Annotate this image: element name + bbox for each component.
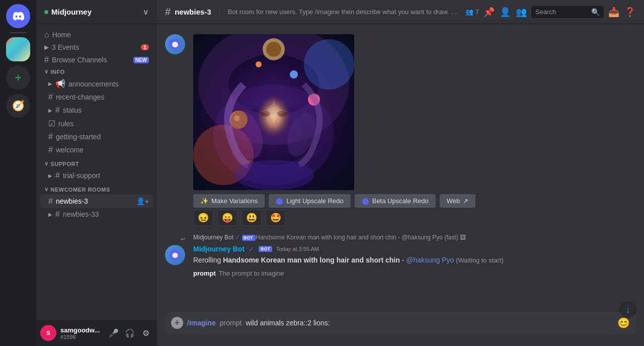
message-input[interactable] [246,319,613,327]
context-bot-badge: BOT [242,235,256,241]
svg-point-9 [290,70,298,78]
image-message-content: ✨ Make Variations ⬤ Light Upscale Redo ⬤… [193,34,636,226]
context-image-icon: 🖼 [460,234,466,241]
sidebar-item-events[interactable]: ▶ 3 Events 1 [40,41,153,53]
context-username: Midjourney Bot [193,234,233,241]
recent-changes-label: recent-changes [56,93,149,101]
channel-getting-started[interactable]: # getting-started [40,130,153,143]
trial-support-label: trial-support [63,171,149,180]
newbies-3-label: newbies-3 [56,197,133,205]
main-content: # newbies-3 Bot room for new users. Type… [157,0,644,346]
reply-indicator: ↩ [165,236,185,242]
topbar-actions: 👥 7 📌 👤 👥 🔍 📥 ❓ [465,6,636,18]
inbox-button[interactable]: 📥 [608,6,620,18]
make-variations-button[interactable]: ✨ Make Variations [193,194,265,208]
reaction-buttons: 😖 😛 😃 🤩 [193,210,636,226]
action-buttons-row: ✨ Make Variations ⬤ Light Upscale Redo ⬤… [193,194,636,208]
trial-support-icon: # [55,171,60,180]
trial-support-chevron-icon: ▶ [48,173,52,179]
svg-point-18 [233,160,314,190]
deafen-button[interactable]: 🎧 [123,326,137,340]
input-prompt-label: prompt [220,319,242,327]
events-badge: 1 [141,44,149,50]
rerolling-dash: - [400,256,406,264]
rerolling-prompt-text: Handsome Korean man with long hair and s… [223,256,400,264]
newcomer-rooms-section-header[interactable]: ∨ NEWCOMER ROOMS [36,184,157,195]
server-header[interactable]: Midjourney ∨ [36,0,157,24]
support-section: ∨ SUPPORT ▶ # trial-support [36,158,157,182]
add-members-top-button[interactable]: 👤 [499,6,511,18]
support-section-header[interactable]: ∨ SUPPORT [36,158,157,169]
getting-started-label: getting-started [56,133,149,141]
light-upscale-redo-button[interactable]: ⬤ Light Upscale Redo [269,194,350,208]
notification-pin-button[interactable]: 📌 [483,6,495,18]
reaction-grin[interactable]: 😃 [242,210,262,226]
announcements-chevron-icon: ▶ [48,81,52,86]
new-badge: NEW [133,57,149,63]
reaction-angry[interactable]: 😖 [193,210,213,226]
channel-trial-support[interactable]: ▶ # trial-support [40,169,153,182]
announcements-icon: 📢 [55,79,65,89]
prompt-hint-text: The prompt to imagine [219,270,284,277]
search-icon: 🔍 [591,8,600,16]
events-icon: ▶ [44,44,49,51]
web-external-icon: ↗ [463,197,468,205]
light-upscale-icon: ⬤ [276,197,283,205]
prompt-hint-label: prompt [193,270,216,277]
emoji-picker-icon[interactable]: 😊 [617,317,630,329]
settings-button[interactable]: ⚙ [139,326,153,340]
explore-servers-button[interactable]: 🧭 [6,94,30,118]
newbies-33-label: newbies-33 [63,210,149,218]
reaction-starstruck[interactable]: 🤩 [266,210,286,226]
add-server-button[interactable]: + [6,65,30,90]
bot-message-text: Rerolling Handsome Korean man with long … [193,255,636,266]
svg-point-12 [266,42,281,57]
bot-message-group: Midjourney Bot ✓ BOT Today at 3:55 AM Re… [157,243,644,268]
channel-newbies-3[interactable]: # newbies-3 👤+ [40,195,153,208]
midjourney-server-icon[interactable] [6,37,30,61]
sidebar-item-home[interactable]: ⌂ Home [40,28,153,41]
newcomer-rooms-section: ∨ NEWCOMER ROOMS # newbies-3 👤+ ▶ # newb… [36,184,157,221]
reaction-tongue[interactable]: 😛 [217,210,237,226]
bot-message-header: Midjourney Bot ✓ BOT Today at 3:55 AM [193,245,636,253]
chat-area: ✨ Make Variations ⬤ Light Upscale Redo ⬤… [157,24,644,312]
discord-home-button[interactable] [6,4,30,28]
channel-welcome[interactable]: # welcome [40,143,153,156]
help-button[interactable]: ❓ [624,6,636,18]
channel-recent-changes[interactable]: # recent-changes [40,91,153,104]
input-field-wrap: /imagine prompt [187,319,613,327]
input-right-icons: 😊 [617,317,630,329]
recent-changes-icon: # [48,93,53,102]
info-section: ∨ INFO ▶ 📢 announcements # recent-change… [36,66,157,156]
web-button[interactable]: Web ↗ [440,194,476,208]
sidebar-item-browse[interactable]: # Browse Channels NEW [40,53,153,66]
search-box[interactable]: 🔍 [531,6,604,18]
beta-upscale-icon: ⬤ [362,197,369,205]
context-line: Midjourney Bot ✓ BOT Handsome Korean man… [193,234,636,241]
home-label: Home [52,31,149,39]
search-input[interactable] [535,8,589,16]
user-id-display: #1598 [60,334,103,340]
channel-rules[interactable]: ☑ rules [40,117,153,130]
newbies-3-icon: # [48,197,53,206]
svg-point-5 [304,39,354,90]
channel-newbies-33[interactable]: ▶ # newbies-33 [40,208,153,221]
newbies-33-icon: # [55,210,60,219]
member-list-toggle-button[interactable]: 👥 [515,6,527,18]
attach-button[interactable]: + [171,317,183,329]
context-prompt-text: Handsome Korean man with long hair and s… [256,234,458,241]
info-section-header[interactable]: ∨ INFO [36,66,157,77]
svg-point-14 [260,111,270,117]
user-info: samgoodw... #1598 [60,326,103,340]
scroll-to-bottom-button[interactable]: ↓ [620,302,636,318]
rerolling-avatar-wrap: ↩ [165,234,185,242]
beta-upscale-redo-button[interactable]: ⬤ Beta Upscale Redo [355,194,436,208]
user-controls: 🎤 🎧 ⚙ [107,326,153,340]
newbies-3-add-member-icon[interactable]: 👤+ [136,197,149,205]
mute-button[interactable]: 🎤 [107,326,121,340]
channel-sidebar: Midjourney ∨ ⌂ Home ▶ 3 Events 1 # Brows… [36,0,157,346]
newbies-33-chevron-icon: ▶ [48,212,52,217]
channel-announcements[interactable]: ▶ 📢 announcements [40,77,153,91]
topbar-divider [219,6,220,18]
channel-status[interactable]: ▶ # status [40,104,153,117]
